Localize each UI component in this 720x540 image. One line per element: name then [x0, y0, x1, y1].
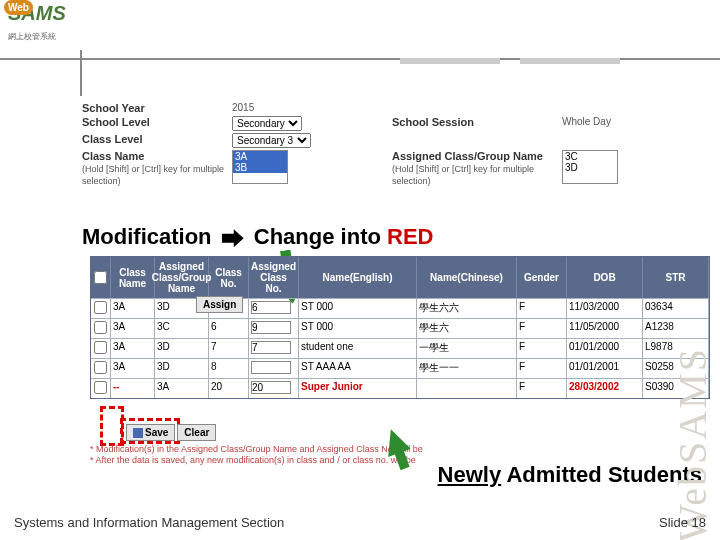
cell-class-name: -- [111, 379, 155, 398]
col-assigned-class: Assigned Class/Group Name [155, 257, 209, 298]
col-dob: DOB [567, 257, 643, 298]
cell-gender: F [517, 379, 567, 398]
footnote-2: * After the data is saved, any new modif… [90, 455, 423, 466]
cell-assigned-class: 3D [155, 339, 209, 358]
assigned-no-input[interactable] [251, 381, 291, 394]
row-checkbox[interactable] [94, 361, 107, 374]
class-name-label: Class Name (Hold [Shift] or [Ctrl] key f… [82, 150, 232, 186]
logo-subtitle: 網上校管系統 [8, 32, 56, 41]
assign-button[interactable]: Assign [196, 296, 243, 313]
websams-logo: Web SAMS 網上校管系統 [8, 2, 118, 48]
cell-class-name: 3A [111, 359, 155, 378]
cell-str: S0390 [643, 379, 709, 398]
cell-class-no: 6 [209, 319, 249, 338]
school-year-label: School Year [82, 102, 232, 114]
select-all-checkbox[interactable] [94, 271, 107, 284]
clear-button[interactable]: Clear [177, 424, 216, 441]
cell-gender: F [517, 319, 567, 338]
class-option-3a[interactable]: 3A [233, 151, 287, 162]
cell-name-en: ST 000 [299, 299, 417, 318]
cell-str: 03634 [643, 299, 709, 318]
cell-assigned-class: 3D [155, 359, 209, 378]
cell-str: L9878 [643, 339, 709, 358]
cell-class-no: 8 [209, 359, 249, 378]
cell-class-no: 20 [209, 379, 249, 398]
col-checkbox [91, 257, 111, 298]
class-name-listbox[interactable]: 3A 3B [232, 150, 288, 184]
save-button[interactable]: Save [126, 424, 175, 441]
row-checkbox[interactable] [94, 301, 107, 314]
class-level-label: Class Level [82, 133, 232, 148]
class-level-select[interactable]: Secondary 3 [232, 133, 311, 148]
cell-name-ch [417, 379, 517, 398]
col-assigned-no: Assigned Class No. [249, 257, 299, 298]
cell-name-ch: 一學生 [417, 339, 517, 358]
cell-gender: F [517, 359, 567, 378]
assigned-option-3c[interactable]: 3C [563, 151, 617, 162]
table-header-row: Class Name Assigned Class/Group Name Cla… [91, 257, 709, 298]
school-level-label: School Level [82, 116, 232, 131]
row-checkbox[interactable] [94, 341, 107, 354]
table-row: 3A3D5ST 000學生六六F11/03/200003634 [91, 298, 709, 318]
col-class-no: Class No. [209, 257, 249, 298]
cell-name-ch: 學生六 [417, 319, 517, 338]
footnote-1: * Modification(s) in the Assigned Class/… [90, 444, 423, 455]
cell-name-en: student one [299, 339, 417, 358]
col-class-name: Class Name [111, 257, 155, 298]
cell-name-en: ST AAA AA [299, 359, 417, 378]
cell-class-name: 3A [111, 339, 155, 358]
assigned-class-label: Assigned Class/Group Name (Hold [Shift] … [392, 150, 562, 186]
footer-section: Systems and Information Management Secti… [14, 515, 284, 530]
col-name-ch: Name(Chinese) [417, 257, 517, 298]
table-body: 3A3D5ST 000學生六六F11/03/2000036343A3C6ST 0… [91, 298, 709, 398]
footnotes: * Modification(s) in the Assigned Class/… [90, 444, 423, 466]
cell-assigned-class: 3A [155, 379, 209, 398]
assigned-class-listbox[interactable]: 3C 3D [562, 150, 618, 184]
right-arrow-icon [222, 229, 244, 247]
assigned-option-3d[interactable]: 3D [563, 162, 617, 173]
web-badge: Web [4, 0, 33, 15]
row-checkbox[interactable] [94, 381, 107, 394]
slide-footer: Systems and Information Management Secti… [0, 515, 720, 530]
disk-icon [133, 428, 143, 438]
cell-class-name: 3A [111, 299, 155, 318]
col-name-en: Name(English) [299, 257, 417, 298]
cell-name-ch: 學生一一 [417, 359, 517, 378]
cell-dob: 01/01/2000 [567, 339, 643, 358]
vertical-separator [80, 50, 82, 96]
school-level-select[interactable]: Secondary [232, 116, 302, 131]
cell-str: A1238 [643, 319, 709, 338]
cell-name-en: ST 000 [299, 319, 417, 338]
header-accent-2 [520, 58, 620, 64]
cell-dob: 11/05/2000 [567, 319, 643, 338]
assigned-no-input[interactable] [251, 361, 291, 374]
table-row: 3A3D7student one一學生F01/01/2000L9878 [91, 338, 709, 358]
school-session-value: Whole Day [562, 116, 682, 131]
cell-str: S0258 [643, 359, 709, 378]
cell-dob: 28/03/2002 [567, 379, 643, 398]
cell-gender: F [517, 299, 567, 318]
cell-gender: F [517, 339, 567, 358]
annotation-newly-admitted: Newly Admitted Students [438, 462, 702, 488]
class-option-3b[interactable]: 3B [233, 162, 287, 173]
filter-form: School Year 2015 School Level Secondary … [82, 102, 710, 188]
table-row: 3A3C6ST 000學生六F11/05/2000A1238 [91, 318, 709, 338]
action-buttons: Save Clear [126, 424, 216, 441]
slide-header: Web SAMS 網上校管系統 [0, 0, 720, 62]
assigned-no-input[interactable] [251, 341, 291, 354]
header-accent [400, 58, 500, 64]
class-name-hint: (Hold [Shift] or [Ctrl] key for multiple… [82, 164, 224, 186]
cell-assigned-class: 3C [155, 319, 209, 338]
col-str: STR [643, 257, 709, 298]
cell-dob: 11/03/2000 [567, 299, 643, 318]
assigned-no-input[interactable] [251, 301, 291, 314]
slide-number: Slide 18 [659, 515, 706, 530]
table-row: 3A3D8ST AAA AA學生一一F01/01/2001S0258 [91, 358, 709, 378]
students-table: Class Name Assigned Class/Group Name Cla… [90, 256, 710, 399]
table-row: --3A20Super JuniorF28/03/2002S0390 [91, 378, 709, 398]
assigned-no-input[interactable] [251, 321, 291, 334]
annotation-modification: Modification Change into RED [82, 224, 433, 250]
row-checkbox[interactable] [94, 321, 107, 334]
school-year-value: 2015 [232, 102, 352, 114]
cell-dob: 01/01/2001 [567, 359, 643, 378]
